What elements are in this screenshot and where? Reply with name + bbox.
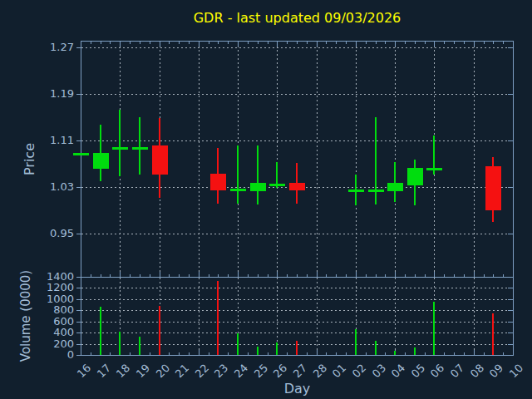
x-tick <box>474 350 475 355</box>
x-tick <box>474 42 475 47</box>
x-tick <box>307 352 308 355</box>
x-tick <box>484 42 485 44</box>
volume-tick <box>76 277 81 278</box>
x-tick <box>395 42 396 47</box>
volume-tick <box>76 310 81 311</box>
candle-body <box>73 153 89 155</box>
day-tick-label: 05 <box>409 362 428 381</box>
day-gridline <box>395 278 396 354</box>
x-tick <box>415 42 416 44</box>
candle-body <box>210 174 226 190</box>
x-tick <box>444 352 445 355</box>
x-tick <box>140 274 140 277</box>
day-tick-label: 22 <box>193 362 212 381</box>
volume-bar <box>139 337 140 355</box>
x-tick <box>268 352 268 355</box>
candle-body <box>368 190 384 192</box>
candle-body <box>152 145 168 175</box>
day-tick-label: 06 <box>428 362 447 381</box>
day-tick-label: 19 <box>134 362 153 381</box>
volume-bar <box>375 341 377 355</box>
volume-tick <box>508 299 513 300</box>
x-tick <box>150 352 150 355</box>
x-tick <box>385 42 386 44</box>
price-tick-label: 1.03 <box>50 180 74 194</box>
day-tick-label: 08 <box>468 362 487 381</box>
x-tick <box>287 352 288 355</box>
x-tick <box>150 42 150 44</box>
candle-body <box>485 166 501 210</box>
day-tick-label: 20 <box>154 362 173 381</box>
x-tick <box>425 352 426 355</box>
x-tick <box>336 274 337 277</box>
x-tick <box>160 272 160 277</box>
candle-wick <box>119 110 121 176</box>
volume-bar <box>276 342 278 355</box>
day-tick-label: 04 <box>389 362 408 381</box>
volume-tick <box>508 344 513 345</box>
candle-body <box>250 183 266 191</box>
day-gridline <box>356 42 357 277</box>
x-tick <box>513 272 514 277</box>
day-gridline <box>199 42 200 277</box>
day-gridline <box>277 42 278 277</box>
candle-wick <box>394 162 396 202</box>
candle-body <box>112 147 128 150</box>
x-tick <box>130 274 131 277</box>
day-tick-label: 03 <box>370 362 389 381</box>
x-tick <box>425 42 426 44</box>
x-tick <box>238 272 239 277</box>
volume-bar <box>296 341 298 355</box>
volume-bar <box>237 333 239 355</box>
x-tick <box>179 352 180 355</box>
price-tick <box>76 94 81 95</box>
volume-tick <box>508 310 513 311</box>
volume-bar <box>433 302 435 355</box>
x-tick <box>376 274 377 277</box>
day-gridline <box>474 278 475 354</box>
volume-bar <box>119 332 121 355</box>
x-tick <box>110 42 111 44</box>
x-tick <box>110 352 111 355</box>
chart-title: GDR - last updated 09/03/2026 <box>81 10 514 26</box>
price-tick <box>76 187 81 188</box>
candle-wick <box>139 117 140 175</box>
x-tick <box>484 274 485 277</box>
x-tick <box>405 274 406 277</box>
x-tick <box>91 352 91 355</box>
day-tick-label: 28 <box>311 362 330 381</box>
candle-body <box>426 168 442 170</box>
x-tick <box>228 274 229 277</box>
day-tick-label: 02 <box>350 362 369 381</box>
volume-bar <box>394 351 396 355</box>
day-tick-label: 25 <box>252 362 271 381</box>
x-tick <box>169 274 170 277</box>
price-tick <box>508 187 513 188</box>
x-tick <box>307 274 308 277</box>
x-tick <box>228 42 229 44</box>
x-tick <box>248 352 249 355</box>
x-tick <box>199 42 200 47</box>
price-tick-label: 1.19 <box>50 87 74 101</box>
volume-bar <box>355 329 357 355</box>
x-tick <box>189 42 190 44</box>
x-tick <box>513 42 514 47</box>
day-gridline <box>395 42 396 277</box>
x-tick <box>238 42 239 47</box>
x-tick <box>493 274 494 277</box>
x-tick <box>81 42 81 47</box>
day-tick-label: 16 <box>75 362 94 381</box>
volume-bar <box>492 313 494 355</box>
x-tick <box>130 352 131 355</box>
x-tick <box>277 272 278 277</box>
x-tick <box>120 42 121 47</box>
day-tick-label: 26 <box>271 362 290 381</box>
x-tick <box>385 274 386 277</box>
x-tick <box>454 274 455 277</box>
x-tick <box>385 352 386 355</box>
price-gridline <box>81 140 513 141</box>
volume-tick-label: 0 <box>67 348 74 362</box>
price-tick-label: 0.95 <box>50 227 74 240</box>
price-tick-label: 1.27 <box>50 41 74 54</box>
volume-bar <box>414 347 416 355</box>
